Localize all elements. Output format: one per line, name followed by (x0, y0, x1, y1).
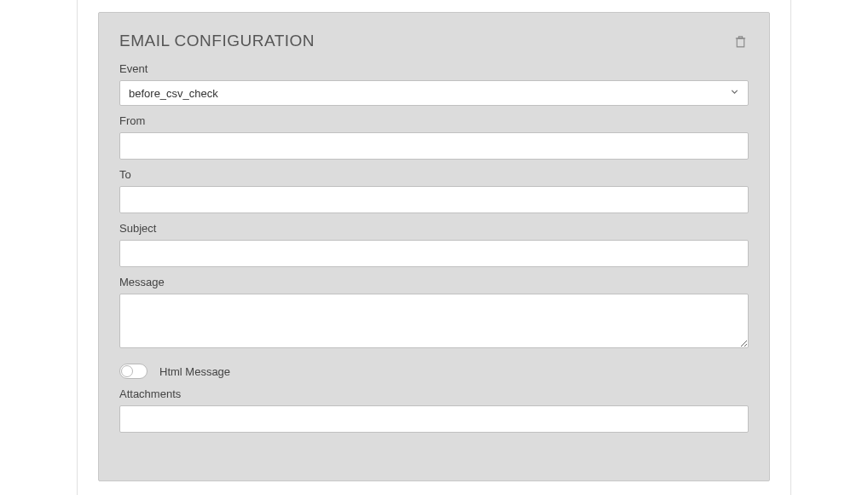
event-field-group: Event (119, 62, 749, 106)
panel-header: EMAIL CONFIGURATION (119, 13, 749, 54)
attachments-field-group: Attachments (119, 387, 749, 433)
subject-input[interactable] (119, 240, 749, 267)
event-select[interactable] (119, 80, 749, 106)
event-select-wrap (119, 80, 749, 106)
from-label: From (119, 114, 749, 127)
message-textarea[interactable] (119, 294, 749, 348)
html-message-row: Html Message (119, 364, 749, 379)
delete-button[interactable] (732, 32, 749, 50)
message-label: Message (119, 276, 749, 288)
html-message-label: Html Message (159, 365, 230, 378)
from-input[interactable] (119, 132, 749, 160)
attachments-input[interactable] (119, 405, 749, 433)
trash-icon (733, 34, 748, 49)
event-label: Event (119, 62, 749, 75)
from-field-group: From (119, 114, 749, 160)
to-label: To (119, 168, 749, 181)
toggle-knob (121, 365, 133, 377)
html-message-toggle[interactable] (119, 364, 148, 379)
message-field-group: Message (119, 276, 749, 352)
to-field-group: To (119, 168, 749, 213)
attachments-label: Attachments (119, 387, 749, 400)
email-configuration-panel: EMAIL CONFIGURATION Event (98, 12, 770, 481)
form-card: EMAIL CONFIGURATION Event (77, 0, 791, 495)
to-input[interactable] (119, 186, 749, 213)
subject-field-group: Subject (119, 222, 749, 267)
panel-title: EMAIL CONFIGURATION (119, 32, 315, 50)
subject-label: Subject (119, 222, 749, 235)
